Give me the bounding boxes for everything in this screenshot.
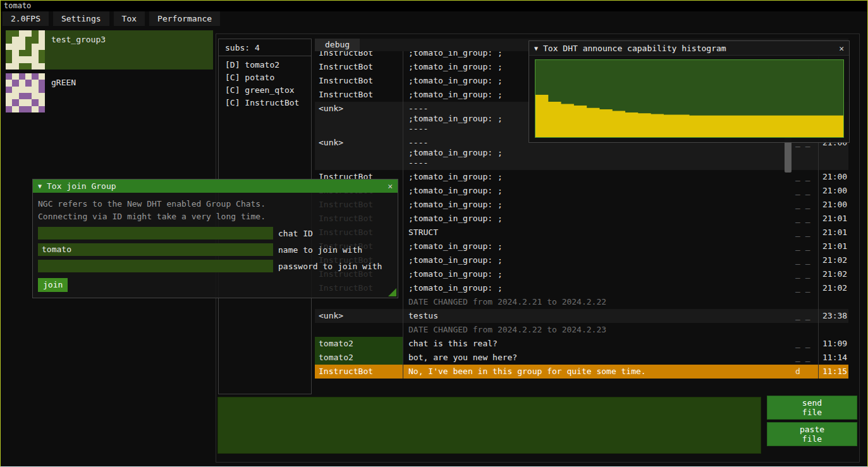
group-name: test_group3	[45, 30, 106, 44]
histogram-plot-svg	[535, 60, 843, 137]
message-text: ;tomato_in_group: ;	[403, 184, 793, 198]
date-changed-text: DATE CHANGED from 2024.2.22 to 2024.2.23	[403, 323, 793, 337]
message-text: ;tomato_in_group: ;	[403, 267, 793, 281]
delivery-marks: _ _	[793, 170, 818, 184]
sender-name	[315, 323, 403, 337]
window-titlebar[interactable]: tomato	[1, 1, 867, 11]
screen: { "window": { "title": "tomato", "border…	[0, 0, 868, 467]
timestamp: 23:38	[818, 309, 848, 323]
message-row[interactable]: <unk>testus_ _23:38	[315, 309, 848, 323]
join-password-label: password to join with	[278, 262, 382, 271]
message-text: ;tomato_in_group: ;	[403, 253, 793, 267]
message-text: chat is this real?	[403, 337, 793, 351]
menu-item-performance[interactable]: Performance	[149, 11, 220, 26]
sender-name: <unk>	[315, 102, 403, 136]
close-icon[interactable]: ✕	[839, 44, 844, 53]
message-text: ;tomato_in_group: ;	[403, 240, 793, 253]
timestamp: 11:09	[818, 337, 848, 351]
subs-member[interactable]: [C] potato	[219, 71, 311, 84]
timestamp: 11:15	[818, 365, 848, 379]
join-password-input[interactable]	[38, 260, 273, 272]
subs-member[interactable]: [D] tomato2	[219, 59, 311, 71]
histogram-title: Tox DHT announce capability histogram	[543, 44, 726, 53]
join-group-body: NGC refers to the New DHT enabled Group …	[33, 193, 398, 292]
resize-grip[interactable]	[388, 288, 396, 296]
send-file-button[interactable]: send file	[767, 396, 857, 420]
sender-name: <unk>	[315, 136, 403, 170]
delivery-marks: _ _	[793, 281, 818, 295]
histogram-titlebar[interactable]: ▼ Tox DHT announce capability histogram …	[529, 41, 849, 56]
date-changed-text: DATE CHANGED from 2024.2.21 to 2024.2.22	[403, 295, 793, 309]
delivery-marks	[793, 295, 818, 309]
delivery-marks: _ _	[793, 267, 818, 281]
subs-member[interactable]: [C] InstructBot	[219, 97, 311, 109]
delivery-marks: _ _	[793, 198, 818, 212]
delivery-marks	[793, 323, 818, 337]
timestamp: 21:01	[818, 226, 848, 240]
sender-name: InstructBot	[315, 88, 403, 102]
collapse-arrow-icon[interactable]: ▼	[38, 183, 42, 190]
chat-id-label: chat ID	[278, 229, 313, 238]
timestamp: 21:00	[818, 184, 848, 198]
chat-id-input[interactable]	[38, 227, 273, 240]
timestamp: 11:14	[818, 351, 848, 365]
join-button[interactable]: join	[38, 278, 68, 292]
delivery-marks: _ _	[793, 337, 818, 351]
menu-item-settings[interactable]: Settings	[53, 11, 109, 26]
message-text: ;tomato_in_group: ;	[403, 198, 793, 212]
paste-file-button[interactable]: paste file	[767, 422, 857, 446]
sidebar-item-green[interactable]: gREEN	[6, 73, 213, 112]
subs-member-list: [D] tomato2[C] potato[C] green_qtox[C] I…	[219, 56, 311, 109]
timestamp: 21:00	[818, 198, 848, 212]
timestamp: 21:02	[818, 253, 848, 267]
message-text: STRUCT	[403, 226, 793, 240]
timestamp: 21:02	[818, 281, 848, 295]
delivery-marks: _ _	[793, 351, 818, 365]
message-row[interactable]: tomato2bot, are you new here?_ _11:14	[315, 351, 848, 365]
message-text: ;tomato_in_group: ;	[403, 212, 793, 226]
fps-counter: 2.0FPS	[3, 11, 49, 26]
subs-header: subs: 4	[219, 39, 311, 56]
message-row[interactable]: tomato2chat is this real?_ _11:09	[315, 337, 848, 351]
sidebar-item-test_group3[interactable]: test_group3	[6, 30, 213, 70]
timestamp	[818, 323, 848, 337]
sender-name: <unk>	[315, 309, 403, 323]
sender-name: InstructBot	[315, 51, 403, 60]
delivery-marks: _ _	[793, 253, 818, 267]
sender-name: InstructBot	[315, 365, 403, 379]
delivery-marks: _ _	[793, 309, 818, 323]
message-text: ;tomato_in_group: ;	[403, 170, 793, 184]
message-row[interactable]: InstructBotNo, I've been in this group f…	[315, 365, 848, 379]
join-group-window: ▼ Tox join Group ✕ NGC refers to the New…	[32, 179, 398, 298]
histogram-plot	[535, 59, 844, 138]
menu-item-tox[interactable]: Tox	[114, 11, 145, 26]
group-name: gREEN	[45, 73, 76, 87]
window-title: tomato	[4, 1, 31, 10]
message-text: No, I've been in this group for quite so…	[403, 365, 793, 379]
dht-histogram-window: ▼ Tox DHT announce capability histogram …	[529, 40, 850, 143]
group-avatar-green	[6, 73, 45, 112]
join-name-label: name to join with	[278, 245, 362, 255]
subs-member[interactable]: [C] green_qtox	[219, 84, 311, 97]
close-icon[interactable]: ✕	[388, 181, 393, 191]
message-text: bot, are you new here?	[403, 351, 793, 365]
delivery-marks: _ _	[793, 240, 818, 253]
delivery-marks: _ _	[793, 184, 818, 198]
join-group-titlebar[interactable]: ▼ Tox join Group ✕	[33, 179, 398, 193]
join-intro-line2: Connecting via ID might take a very long…	[38, 210, 393, 223]
timestamp: 21:00	[818, 170, 848, 184]
collapse-arrow-icon[interactable]: ▼	[534, 45, 538, 52]
message-text: testus	[403, 309, 793, 323]
sender-name: tomato2	[315, 351, 403, 365]
join-name-input[interactable]: tomato	[38, 243, 273, 256]
timestamp: 21:01	[818, 240, 848, 253]
join-group-title: Tox join Group	[47, 181, 116, 191]
join-intro-line1: NGC refers to the New DHT enabled Group …	[38, 198, 393, 210]
timestamp	[818, 295, 848, 309]
tab-debug[interactable]: debug	[315, 39, 360, 51]
date-separator-row[interactable]: DATE CHANGED from 2024.2.22 to 2024.2.23	[315, 323, 848, 337]
message-text: ;tomato_in_group: ;	[403, 281, 793, 295]
message-input[interactable]	[217, 397, 761, 454]
timestamp: 21:02	[818, 267, 848, 281]
sender-name: InstructBot	[315, 60, 403, 74]
